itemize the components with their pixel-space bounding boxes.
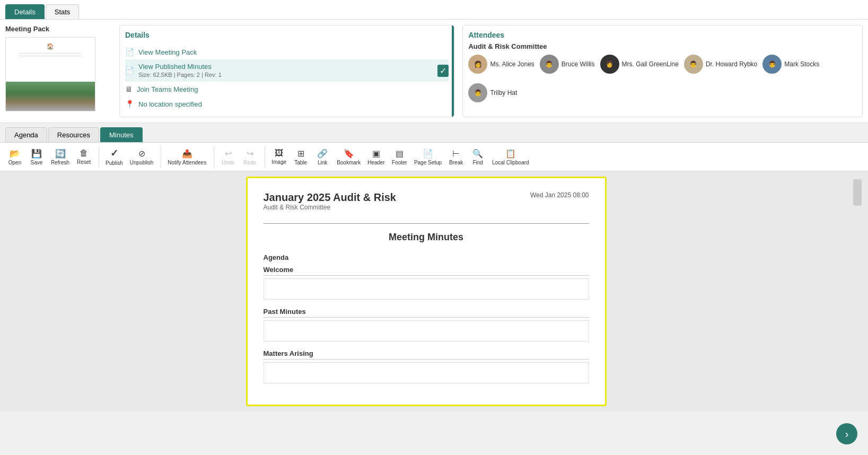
clipboard-label: Local Clipboard (492, 160, 529, 165)
local-clipboard-button[interactable]: 📋 Local Clipboard (489, 146, 532, 168)
reset-icon: 🗑 (80, 148, 88, 158)
find-label: Find (472, 160, 483, 165)
footer-icon: ▤ (396, 148, 404, 159)
attendee-alice[interactable]: 👩 Ms. Alice Jones (468, 55, 534, 74)
notify-label: Notify Attendees (168, 160, 206, 165)
thumb-line1 (19, 53, 82, 54)
table-button[interactable]: ⊞ Table (290, 146, 311, 168)
avatar-gail: 👩 (600, 55, 619, 74)
break-icon: ⊢ (452, 148, 460, 159)
toolbar-group-insert: 🖼 Image ⊞ Table 🔗 Link 🔖 Bookmark ▣ Head… (268, 146, 537, 168)
undo-icon: ↩ (225, 148, 232, 159)
right-sidebar (852, 177, 863, 406)
view-pack-label: View Meeting Pack (138, 48, 197, 56)
open-icon: 📂 (10, 148, 20, 159)
attendee-gail[interactable]: 👩 Mrs. Gail GreenLine (600, 55, 679, 74)
meeting-pack-thumbnail[interactable]: 🏠 (5, 37, 95, 111)
tab-minutes[interactable]: Minutes (100, 127, 143, 142)
doc-past-minutes-textbox[interactable] (264, 320, 589, 342)
link-icon: 🔗 (317, 148, 328, 159)
attendee-trilby[interactable]: 👨 Trilby Hat (468, 83, 517, 102)
attendee-gail-name: Mrs. Gail GreenLine (622, 60, 679, 68)
committee-name: Audit & Risk Committee (468, 42, 857, 50)
tab-agenda[interactable]: Agenda (5, 127, 47, 142)
tab-stats[interactable]: Stats (46, 4, 80, 19)
avatar-bruce: 👨 (540, 55, 559, 74)
attendee-bruce-name: Bruce Willis (562, 60, 595, 68)
open-button[interactable]: 📂 Open (4, 146, 25, 168)
footer-button[interactable]: ▤ Footer (389, 146, 410, 168)
mid-tabs-bar: Agenda Resources Minutes (0, 123, 868, 143)
link-button[interactable]: 🔗 Link (312, 146, 333, 168)
avatar-howard: 👨 (684, 55, 703, 74)
avatar-mark-initial: 👨 (768, 60, 776, 68)
publish-button[interactable]: ✓ Publish (102, 145, 126, 168)
break-button[interactable]: ⊢ Break (445, 146, 467, 168)
meeting-pack-panel: Meeting Pack 🏠 (5, 25, 111, 117)
detail-item-view-published[interactable]: 📄 View Published Minutes Size: 62.5KB | … (125, 59, 449, 82)
unpublish-icon: ⊘ (138, 148, 145, 159)
tab-details[interactable]: Details (5, 4, 45, 19)
detail-item-no-location[interactable]: 📍 No location specified (125, 97, 449, 111)
thumb-line2 (19, 56, 82, 56)
unpublish-button[interactable]: ⊘ Unpublish (127, 146, 156, 168)
bookmark-label: Bookmark (337, 160, 361, 165)
doc-past-minutes-title: Past Minutes (264, 308, 589, 318)
doc-matters-arising-textbox[interactable] (264, 362, 589, 383)
image-button[interactable]: 🖼 Image (268, 146, 290, 167)
top-tabs-bar: Details Stats (0, 0, 868, 20)
no-location-label: No location specified (138, 100, 202, 108)
meeting-pack-title: Meeting Pack (5, 25, 111, 33)
attendee-alice-name: Ms. Alice Jones (490, 60, 534, 68)
teams-icon: 🖥 (125, 85, 133, 93)
attendee-howard-name: Dr. Howard Rybko (706, 60, 757, 68)
sidebar-handle[interactable] (853, 179, 862, 206)
toolbar: 📂 Open 💾 Save 🔄 Refresh 🗑 Reset ✓ Publis… (0, 143, 868, 171)
attendees-panel: Attendees Audit & Risk Committee 👩 Ms. A… (462, 25, 863, 117)
redo-button[interactable]: ↪ Redo (239, 146, 260, 168)
bookmark-button[interactable]: 🔖 Bookmark (334, 146, 364, 168)
save-label: Save (31, 160, 43, 165)
find-button[interactable]: 🔍 Find (467, 146, 488, 168)
join-teams-label: Join Teams Meeting (137, 85, 198, 93)
attendees-list: 👩 Ms. Alice Jones 👨 Bruce Willis 👩 Mrs. … (468, 55, 857, 102)
tab-resources[interactable]: Resources (48, 127, 99, 142)
attendee-mark-name: Mark Stocks (784, 60, 819, 68)
notify-attendees-button[interactable]: 📤 Notify Attendees (164, 146, 209, 168)
reset-button[interactable]: 🗑 Reset (73, 146, 94, 167)
doc-welcome-textbox[interactable] (264, 278, 589, 300)
header-button[interactable]: ▣ Header (364, 146, 388, 168)
publish-icon: ✓ (110, 147, 118, 159)
view-published-sub: Size: 62.5KB | Pages: 2 | Rev: 1 (138, 72, 222, 78)
thumb-icon: 🏠 (47, 43, 54, 50)
open-label: Open (8, 160, 21, 165)
save-button[interactable]: 💾 Save (26, 146, 47, 168)
view-published-label: View Published Minutes (138, 63, 212, 71)
attendee-bruce[interactable]: 👨 Bruce Willis (540, 55, 595, 74)
avatar-bruce-initial: 👨 (545, 60, 553, 68)
reset-label: Reset (77, 159, 91, 165)
avatar-gail-initial: 👩 (606, 60, 613, 68)
table-icon: ⊞ (297, 148, 304, 159)
detail-item-join-teams[interactable]: 🖥 Join Teams Meeting (125, 82, 449, 97)
detail-item-view-pack[interactable]: 📄 View Meeting Pack (125, 45, 449, 59)
table-label: Table (294, 160, 307, 165)
page-setup-button[interactable]: 📄 Page Setup (411, 146, 445, 168)
refresh-button[interactable]: 🔄 Refresh (48, 146, 73, 168)
attendee-mark[interactable]: 👨 Mark Stocks (762, 55, 819, 74)
header-icon: ▣ (372, 148, 380, 159)
attendee-howard[interactable]: 👨 Dr. Howard Rybko (684, 55, 757, 74)
avatar-trilby-initial: 👨 (474, 89, 482, 97)
document[interactable]: January 2025 Audit & Risk Audit & Risk C… (246, 177, 607, 406)
attendee-trilby-name: Trilby Hat (490, 89, 517, 97)
avatar-trilby: 👨 (468, 83, 487, 102)
page-setup-label: Page Setup (414, 160, 442, 165)
doc-section-matters-arising: Matters Arising (264, 349, 589, 383)
published-check-icon: ✓ (437, 65, 449, 77)
details-title: Details (125, 31, 449, 39)
doc-header: January 2025 Audit & Risk Audit & Risk C… (264, 191, 589, 219)
notify-icon: 📤 (182, 148, 192, 159)
undo-button[interactable]: ↩ Undo (217, 146, 239, 168)
clipboard-icon: 📋 (505, 148, 516, 159)
location-icon: 📍 (125, 100, 134, 108)
